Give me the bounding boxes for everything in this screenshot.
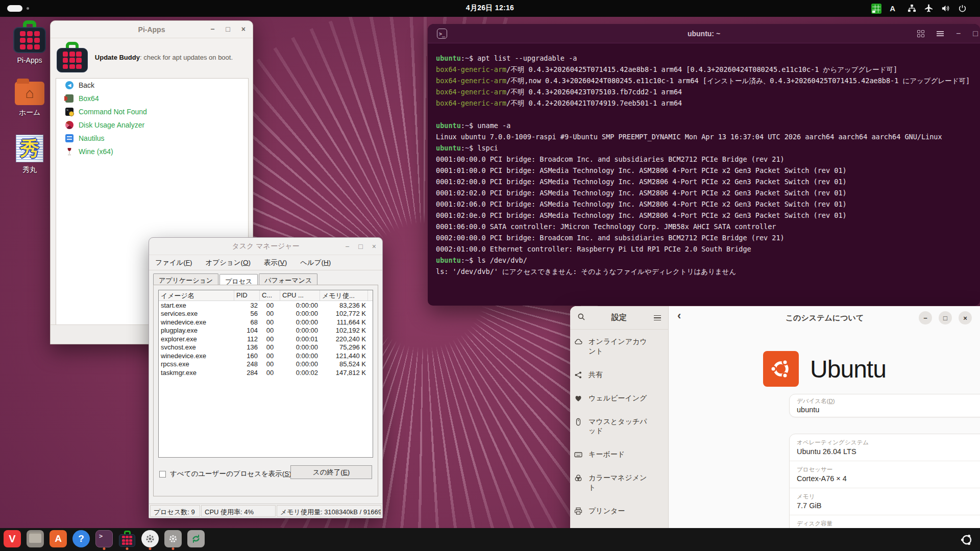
taskbar-app-text-editor[interactable]: A	[49, 530, 67, 548]
keyboard-layout-icon[interactable]	[871, 4, 881, 14]
device-name-card[interactable]: デバイス名(D) ubuntu ✎	[789, 394, 980, 417]
maximize-icon[interactable]: □	[226, 26, 230, 33]
sidebar-item-wellbeing[interactable]: ウェルビーイング	[574, 393, 664, 403]
process-row[interactable]: winedevice.exe68000:00:00111,664 K	[159, 318, 373, 327]
terminal-line: ubuntu:~$ lspci	[436, 142, 980, 154]
sidebar-item-mouse[interactable]: マウスとタッチパッド	[574, 417, 664, 436]
process-cell: 284	[234, 369, 260, 377]
sidebar-item-share[interactable]: 共有	[574, 370, 664, 380]
process-row[interactable]: start.exe32000:00:0083,236 K	[159, 301, 373, 310]
terminal-line: 0002:01:00.0 Ethernet controller: Raspbe…	[436, 243, 980, 255]
pi-apps-titlebar[interactable]: Pi-Apps − □ ×	[51, 21, 253, 38]
sidebar-menu-icon[interactable]	[654, 314, 661, 322]
process-cell: 136	[234, 343, 260, 351]
minimize-icon[interactable]: −	[956, 29, 961, 38]
show-apps-button[interactable]	[959, 532, 975, 548]
settings-sidebar-header: 設定	[570, 306, 668, 330]
maximize-icon[interactable]: □	[973, 29, 978, 38]
process-list-header[interactable]: イメージ名PIDC...CPU ...メモリ使...	[159, 290, 373, 301]
taskbar-app-vivaldi[interactable]: V	[3, 530, 21, 548]
process-cell: 121,440 K	[320, 352, 368, 360]
column-header[interactable]: メモリ使...	[320, 290, 368, 300]
process-row[interactable]: svchost.exe136000:00:0075,296 K	[159, 343, 373, 352]
taskbar-app-terminal[interactable]: >	[95, 530, 113, 548]
process-row[interactable]: taskmgr.exe284000:00:02147,812 K	[159, 368, 373, 377]
task-manager-titlebar[interactable]: タスク マネージャー − □ ×	[149, 238, 382, 255]
desktop-icon-pi-apps[interactable]: Pi-Apps	[8, 20, 51, 64]
process-row[interactable]: explorer.exe112000:00:01220,240 K	[159, 335, 373, 343]
terminal-line: 0001:02:06.0 PCI bridge: ASMedia Technol…	[436, 198, 980, 210]
color-icon	[574, 474, 582, 482]
maximize-icon[interactable]: □	[939, 311, 952, 324]
terminal-line: box64-generic-arm/不明,now 0.4.3+20260424T…	[436, 75, 980, 86]
taskbar-app-software-updater[interactable]	[187, 530, 205, 548]
close-icon[interactable]: ×	[372, 243, 376, 250]
info-row-label: オペレーティングシステム	[797, 439, 980, 446]
process-cell: svchost.exe	[159, 343, 234, 351]
menu-item[interactable]: オプション(O)	[206, 258, 251, 267]
settings-sidebar-items: オンラインアカウント共有ウェルビーイングマウスとタッチパッドキーボードカラーマネ…	[570, 330, 668, 523]
pi-apps-list-item[interactable]: Nautilus	[56, 132, 248, 145]
menu-item[interactable]: 表示(V)	[264, 258, 287, 267]
wired-network-icon	[908, 4, 916, 13]
running-indicator-dot	[126, 547, 129, 550]
pi-apps-list-item[interactable]: Wine (x64)	[56, 145, 248, 158]
sidebar-item-keyboard[interactable]: キーボード	[574, 449, 664, 459]
show-all-users-checkbox[interactable]	[159, 471, 166, 478]
minimize-icon[interactable]: −	[345, 243, 349, 250]
pi-apps-list-item[interactable]: ◀Back	[56, 79, 248, 92]
minimize-icon[interactable]: −	[919, 311, 932, 324]
column-header[interactable]: イメージ名	[159, 290, 234, 300]
sidebar-item-printer[interactable]: プリンター	[574, 506, 664, 516]
close-icon[interactable]: ×	[241, 26, 246, 33]
system-tray[interactable]: A	[871, 0, 967, 17]
taskbar-app-pi-apps[interactable]	[118, 530, 136, 548]
minimize-icon[interactable]: −	[210, 26, 214, 33]
taskbar-app-settings-gear[interactable]	[141, 530, 159, 548]
pi-apps-list-item[interactable]: Box64	[56, 92, 248, 105]
process-cell: 0:00:01	[280, 335, 320, 343]
process-cell: 00	[260, 327, 280, 334]
input-mode-indicator[interactable]: A	[890, 4, 895, 13]
clock[interactable]: 4月26日 12:16	[0, 4, 980, 13]
process-row[interactable]: plugplay.exe104000:00:00102,192 K	[159, 327, 373, 335]
desktop-icon-home-folder[interactable]: ⌂ホーム	[8, 82, 51, 117]
taskbar-app-system-config[interactable]	[164, 530, 182, 548]
taskbar-app-help[interactable]: ?	[72, 530, 90, 548]
pi-apps-list-item[interactable]: Disk Usage Analyzer	[56, 118, 248, 132]
process-row[interactable]: winedevice.exe160000:00:00121,440 K	[159, 352, 373, 360]
process-cell: 00	[260, 302, 280, 309]
desktop: Pi-Apps⌂ホーム秀秀丸 Pi-Apps − □ × Update Budd…	[0, 0, 980, 551]
terminal-output[interactable]: ubuntu:~$ apt list --upgradable -abox64-…	[428, 43, 980, 277]
system-info-row: プロセッサーCortex-A76 × 4	[790, 461, 980, 488]
maximize-icon[interactable]: □	[358, 243, 362, 250]
close-icon[interactable]: ×	[959, 311, 972, 324]
end-process-button[interactable]: スの終了(E)	[290, 465, 372, 479]
menu-item[interactable]: ヘルプ(H)	[300, 258, 331, 267]
column-header[interactable]: PID	[234, 290, 260, 300]
process-row[interactable]: services.exe56000:00:00102,772 K	[159, 310, 373, 318]
search-icon[interactable]	[577, 313, 585, 321]
terminal-titlebar[interactable]: >_ ubuntu: ~ − □	[428, 24, 980, 43]
process-cell: start.exe	[159, 302, 234, 309]
menu-item[interactable]: ファイル(F)	[155, 258, 192, 267]
pi-apps-item-label: Nautilus	[79, 134, 105, 142]
taskbar-app-files[interactable]	[26, 530, 44, 548]
settings-sidebar: 設定 オンラインアカウント共有ウェルビーイングマウスとタッチパッドキーボードカラ…	[570, 306, 669, 551]
column-header[interactable]: C...	[260, 290, 280, 300]
process-list[interactable]: イメージ名PIDC...CPU ...メモリ使... start.exe3200…	[158, 290, 373, 458]
column-header[interactable]: CPU ...	[280, 290, 320, 300]
process-row[interactable]: rpcss.exe248000:00:0085,524 K	[159, 360, 373, 369]
back-chevron-icon[interactable]: ‹	[677, 309, 681, 322]
statusbar-cell: プロセス数: 9	[150, 505, 200, 517]
sidebar-item-label: ウェルビーイング	[589, 393, 651, 403]
pi-apps-list-item[interactable]: >_Command Not Found	[56, 105, 248, 118]
desktop-icon-hidemaru[interactable]: 秀秀丸	[8, 135, 51, 174]
info-row-label: メモリ	[797, 493, 980, 500]
menu-icon[interactable]	[937, 30, 944, 37]
sidebar-item-color[interactable]: カラーマネジメント	[574, 473, 664, 492]
process-cell: 160	[234, 352, 260, 360]
sidebar-item-cloud[interactable]: オンラインアカウント	[574, 337, 664, 356]
pi-apps-window-title: Pi-Apps	[138, 26, 165, 34]
tab-overview-icon[interactable]	[917, 30, 924, 37]
